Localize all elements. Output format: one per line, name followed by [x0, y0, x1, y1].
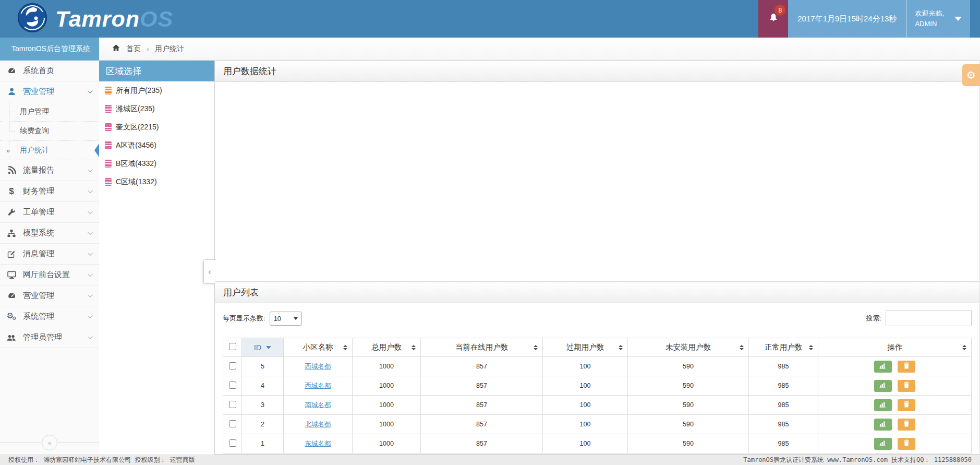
notification-bell-button[interactable]: 8 — [758, 0, 788, 38]
row-checkbox[interactable] — [229, 401, 236, 408]
sidebar-item-finance[interactable]: $ 财务管理 — [0, 181, 99, 202]
main-content: 用户数据统计 用户列表 每页显示条数: 10 — [215, 61, 980, 455]
sidebar-item-work-orders[interactable]: 工单管理 — [0, 202, 99, 223]
region-collapse-toggle[interactable]: ‹ — [203, 259, 215, 284]
sort-icon — [962, 345, 966, 350]
cell-uninstalled: 590 — [628, 396, 749, 415]
column-header-uninstalled[interactable]: 未安装用户数 — [628, 338, 749, 357]
home-icon — [112, 44, 120, 54]
per-page-select[interactable]: 10 — [270, 312, 302, 326]
column-header-expired[interactable]: 过期用户数 — [543, 338, 628, 357]
community-link[interactable]: 东城名都 — [305, 440, 331, 447]
sidebar-collapse-button[interactable]: « — [42, 435, 57, 450]
cell-online: 857 — [421, 357, 543, 376]
settings-gear-button[interactable]: ⚙ — [962, 64, 980, 86]
sidebar-item-model-system[interactable]: 模型系统 — [0, 223, 99, 244]
bar-chart-icon — [879, 440, 887, 448]
column-header-name[interactable]: 小区名称 — [284, 338, 353, 357]
gears-icon: ⚙⚙ — [0, 312, 23, 321]
dollar-icon: $ — [0, 186, 23, 197]
cell-id: 2 — [242, 415, 284, 434]
table-controls: 每页显示条数: 10 搜索: — [223, 311, 972, 326]
table-row: 1 东城名都 1000 857 100 590 985 — [223, 434, 972, 454]
delete-button[interactable] — [898, 438, 915, 450]
cell-total: 1000 — [353, 434, 421, 454]
chart-button[interactable] — [874, 361, 892, 373]
sidebar-item-home[interactable]: 系统首页 — [0, 61, 99, 81]
bar-chart-icon — [879, 382, 887, 390]
row-checkbox[interactable] — [229, 381, 236, 389]
sidebar-item-system-management[interactable]: ⚙⚙ 系统管理 — [0, 306, 99, 327]
chevron-down-icon — [88, 334, 93, 339]
column-header-online[interactable]: 当前在线用户数 — [421, 338, 543, 357]
community-link[interactable]: 西城名都 — [305, 363, 331, 370]
cell-total: 1000 — [353, 396, 421, 415]
region-item-weicheng[interactable]: 潍城区(235) — [99, 100, 214, 118]
chart-button[interactable] — [874, 380, 892, 392]
per-page-label: 每页显示条数: — [223, 314, 265, 323]
column-header-actions[interactable]: 操作 — [818, 338, 972, 357]
delete-button[interactable] — [898, 380, 915, 392]
sort-icon — [343, 345, 347, 350]
cell-normal: 985 — [749, 376, 818, 396]
community-link[interactable]: 西城名都 — [305, 382, 331, 389]
cell-online: 857 — [421, 376, 543, 396]
brand-text: TamronOS — [55, 6, 173, 32]
chart-button[interactable] — [874, 438, 892, 450]
user-stats-panel: 用户数据统计 — [215, 61, 980, 282]
sidebar-subitem-renewal-query[interactable]: 续费查询 — [0, 122, 99, 141]
sort-desc-icon — [266, 346, 271, 349]
delete-button[interactable] — [898, 361, 915, 373]
search-input[interactable] — [886, 311, 972, 326]
region-item-c[interactable]: C区域(1332) — [99, 173, 214, 191]
bar-chart-icon — [879, 401, 887, 409]
cell-uninstalled: 590 — [628, 357, 749, 376]
sidebar-item-front-desk-settings[interactable]: 网厅前台设置 — [0, 265, 99, 285]
sidebar-item-admin-management[interactable]: 管理员管理 — [0, 327, 99, 348]
cell-expired: 100 — [543, 396, 628, 415]
chart-button[interactable] — [874, 419, 892, 431]
row-checkbox[interactable] — [229, 362, 236, 369]
delete-button[interactable] — [898, 399, 915, 411]
sidebar-item-business[interactable]: 营业管理 — [0, 81, 99, 102]
active-marker-icon: » — [6, 146, 10, 155]
breadcrumb-current: 用户统计 — [155, 44, 184, 54]
rss-icon — [0, 166, 23, 175]
globe-logo-icon — [17, 3, 47, 35]
row-checkbox[interactable] — [229, 439, 236, 447]
chart-button[interactable] — [874, 399, 892, 411]
delete-button[interactable] — [898, 419, 915, 431]
column-header-total[interactable]: 总用户数 — [353, 338, 421, 357]
table-row: 4 西城名都 1000 857 100 590 985 — [223, 376, 972, 396]
breadcrumb-home-link[interactable]: 首页 — [126, 44, 141, 54]
sidebar-item-messages[interactable]: 消息管理 — [0, 244, 99, 265]
community-link[interactable]: 北城名都 — [305, 421, 331, 428]
users-icon — [0, 333, 23, 342]
sidebar-subitem-user-management[interactable]: 用户管理 — [0, 102, 99, 122]
select-all-checkbox[interactable] — [229, 343, 236, 350]
sidebar-item-business-2[interactable]: 营业管理 — [0, 285, 99, 306]
region-item-a[interactable]: A区语(3456) — [99, 136, 214, 154]
community-link[interactable]: 南城名都 — [305, 401, 331, 409]
cell-id: 3 — [242, 396, 284, 415]
column-header-normal[interactable]: 正常用户数 — [749, 338, 818, 357]
cell-total: 1000 — [353, 357, 421, 376]
cell-uninstalled: 590 — [628, 434, 749, 454]
user-menu[interactable]: 欢迎光临, ADMIN — [906, 0, 970, 38]
region-item-b[interactable]: B区域(4332) — [99, 154, 214, 173]
sidebar-item-traffic-report[interactable]: 流量报告 — [0, 160, 99, 181]
sort-icon — [619, 345, 623, 350]
sort-icon — [412, 345, 416, 350]
cell-online: 857 — [421, 434, 543, 454]
cell-expired: 100 — [543, 357, 628, 376]
datetime-display: 2017年1月9日15时24分13秒 — [788, 0, 906, 38]
row-checkbox[interactable] — [229, 420, 236, 427]
region-item-all-users[interactable]: 所有用户(235) — [99, 81, 214, 100]
sidebar-subitem-user-stats[interactable]: » 用户统计 — [0, 141, 99, 160]
cell-normal: 985 — [749, 434, 818, 454]
region-item-kuiwen[interactable]: 奎文区(2215) — [99, 118, 214, 136]
bar-chart-icon — [879, 421, 887, 428]
column-header-id[interactable]: ID — [242, 338, 284, 357]
table-row: 5 西城名都 1000 857 100 590 985 — [223, 357, 972, 376]
user-stats-chart-area — [215, 82, 979, 281]
